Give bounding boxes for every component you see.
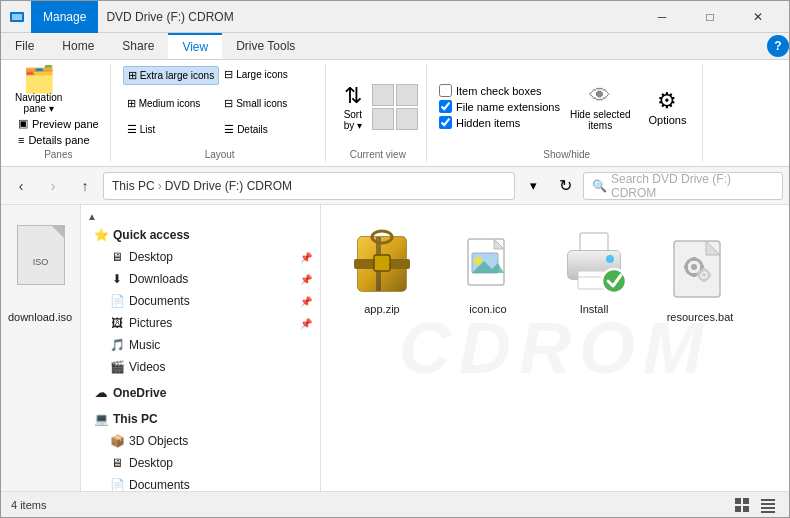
svg-rect-36	[743, 498, 749, 504]
svg-point-20	[602, 269, 626, 293]
small-icons-label: Small icons	[236, 98, 287, 109]
search-icon: 🔍	[592, 179, 607, 193]
list-button[interactable]: ☰ List	[123, 121, 219, 138]
help-button[interactable]: ?	[767, 35, 789, 57]
downloads-label: Downloads	[129, 272, 188, 286]
preview-pane-button[interactable]: ▣ Preview pane	[15, 116, 102, 131]
sidebar-item-videos[interactable]: 🎬 Videos	[81, 356, 320, 378]
pictures-label: Pictures	[129, 316, 172, 330]
svg-point-18	[606, 255, 614, 263]
file-name-install: Install	[580, 303, 609, 315]
up-button[interactable]: ↑	[71, 172, 99, 200]
item-check-boxes-toggle[interactable]: Item check boxes	[439, 84, 560, 97]
desktop-pin-icon: 📌	[300, 252, 312, 263]
back-button[interactable]: ‹	[7, 172, 35, 200]
sidebar-item-this-pc[interactable]: 💻 This PC	[81, 408, 320, 430]
details-toggle[interactable]	[757, 494, 779, 516]
large-icons-icon: ⊟	[224, 68, 233, 81]
hidden-items-checkbox[interactable]	[439, 116, 452, 129]
preview-pane-label: Preview pane	[32, 118, 99, 130]
details-pane-button[interactable]: ≡ Details pane	[15, 133, 93, 147]
svg-rect-34	[708, 273, 711, 277]
forward-button[interactable]: ›	[39, 172, 67, 200]
quick-access-label: Quick access	[113, 228, 190, 242]
tab-drive-tools[interactable]: Drive Tools	[222, 33, 309, 59]
refresh-button[interactable]: ↻	[551, 172, 579, 200]
music-label: Music	[129, 338, 160, 352]
file-item-appzip[interactable]: app.zip	[337, 221, 427, 329]
sidebar-item-desktop[interactable]: 🖥 Desktop 📌	[81, 246, 320, 268]
file-name-extensions-label: File name extensions	[456, 101, 560, 113]
sidebar-item-pictures[interactable]: 🖼 Pictures 📌	[81, 312, 320, 334]
titlebar-title: DVD Drive (F:) CDROM	[106, 10, 639, 24]
svg-rect-40	[761, 503, 775, 505]
documents-pc-icon: 📄	[109, 477, 125, 491]
file-item-install[interactable]: Install	[549, 221, 639, 329]
sort-by-button[interactable]: ⇅ Sortby ▾	[338, 81, 368, 133]
nav-pane-icon: 🗂️	[23, 66, 55, 92]
search-box[interactable]: 🔍 Search DVD Drive (F:) CDROM	[583, 172, 783, 200]
svg-rect-7	[374, 255, 390, 271]
tab-view[interactable]: View	[168, 33, 222, 59]
sidebar-item-desktop-pc[interactable]: 🖥 Desktop	[81, 452, 320, 474]
nav-pane-button[interactable]: 🗂️ Navigationpane ▾	[15, 66, 62, 114]
tab-file[interactable]: File	[1, 33, 48, 59]
sidebar-item-onedrive[interactable]: ☁ OneDrive	[81, 382, 320, 404]
file-item-iconico[interactable]: icon.ico	[443, 221, 533, 329]
panes-group: 🗂️ Navigationpane ▾ ▣ Preview pane ≡ Det…	[7, 64, 111, 162]
view-option-4[interactable]	[396, 108, 418, 130]
details-icon: ☰	[224, 123, 234, 136]
view-option-3[interactable]	[372, 108, 394, 130]
statusbar-count: 4 items	[11, 499, 731, 511]
sidebar-item-documents[interactable]: 📄 Documents 📌	[81, 290, 320, 312]
svg-rect-33	[697, 273, 700, 277]
options-label: Options	[649, 114, 687, 126]
svg-rect-35	[735, 498, 741, 504]
documents-label: Documents	[129, 294, 190, 308]
sidebar-item-documents-pc[interactable]: 📄 Documents	[81, 474, 320, 491]
left-panel: ISO download.iso	[1, 205, 81, 491]
address-dropdown-button[interactable]: ▾	[519, 172, 547, 200]
maximize-button[interactable]: □	[687, 1, 733, 33]
item-check-boxes-label: Item check boxes	[456, 85, 542, 97]
close-button[interactable]: ✕	[735, 1, 781, 33]
quick-access-icon: ⭐	[93, 227, 109, 243]
svg-rect-37	[735, 506, 741, 512]
sidebar-item-quick-access[interactable]: ⭐ Quick access	[81, 224, 320, 246]
minimize-button[interactable]: ─	[639, 1, 685, 33]
hide-selected-icon: 👁	[589, 83, 611, 109]
details-pane-icon: ≡	[18, 134, 24, 146]
extra-large-icons-button[interactable]: ⊞ Extra large icons	[123, 66, 219, 85]
hide-selected-button[interactable]: 👁 Hide selecteditems	[564, 81, 637, 133]
view-option-2[interactable]	[396, 84, 418, 106]
file-name-extensions-toggle[interactable]: File name extensions	[439, 100, 560, 113]
tab-home[interactable]: Home	[48, 33, 108, 59]
manage-tab-indicator[interactable]: Manage	[31, 1, 98, 33]
small-icons-button[interactable]: ⊟ Small icons	[220, 95, 316, 112]
documents-pc-label: Documents	[129, 478, 190, 491]
options-button[interactable]: ⚙ Options	[641, 86, 695, 128]
path-pc: This PC	[112, 179, 155, 193]
panes-label: Panes	[15, 149, 102, 160]
file-area: CDROM	[321, 205, 789, 491]
item-check-boxes-checkbox[interactable]	[439, 84, 452, 97]
file-item-resourcesbat[interactable]: resources.bat	[655, 229, 745, 329]
large-icons-toggle[interactable]	[731, 494, 753, 516]
path-sep-1: ›	[158, 179, 162, 193]
sidebar-item-downloads[interactable]: ⬇ Downloads 📌	[81, 268, 320, 290]
hidden-items-toggle[interactable]: Hidden items	[439, 116, 560, 129]
details-button[interactable]: ☰ Details	[220, 121, 316, 138]
sidebar-item-3d-objects[interactable]: 📦 3D Objects	[81, 430, 320, 452]
tab-share[interactable]: Share	[108, 33, 168, 59]
3d-objects-icon: 📦	[109, 433, 125, 449]
large-icons-button[interactable]: ⊟ Large icons	[220, 66, 316, 83]
titlebar: Manage DVD Drive (F:) CDROM ─ □ ✕	[1, 1, 789, 33]
window-icon	[9, 9, 25, 25]
sidebar-expand-handle[interactable]: ▲	[81, 209, 320, 224]
file-name-extensions-checkbox[interactable]	[439, 100, 452, 113]
address-path[interactable]: This PC › DVD Drive (F:) CDROM	[103, 172, 515, 200]
medium-icons-button[interactable]: ⊞ Medium icons	[123, 95, 219, 112]
file-name-appzip: app.zip	[364, 303, 399, 315]
sidebar-item-music[interactable]: 🎵 Music	[81, 334, 320, 356]
view-option-1[interactable]	[372, 84, 394, 106]
